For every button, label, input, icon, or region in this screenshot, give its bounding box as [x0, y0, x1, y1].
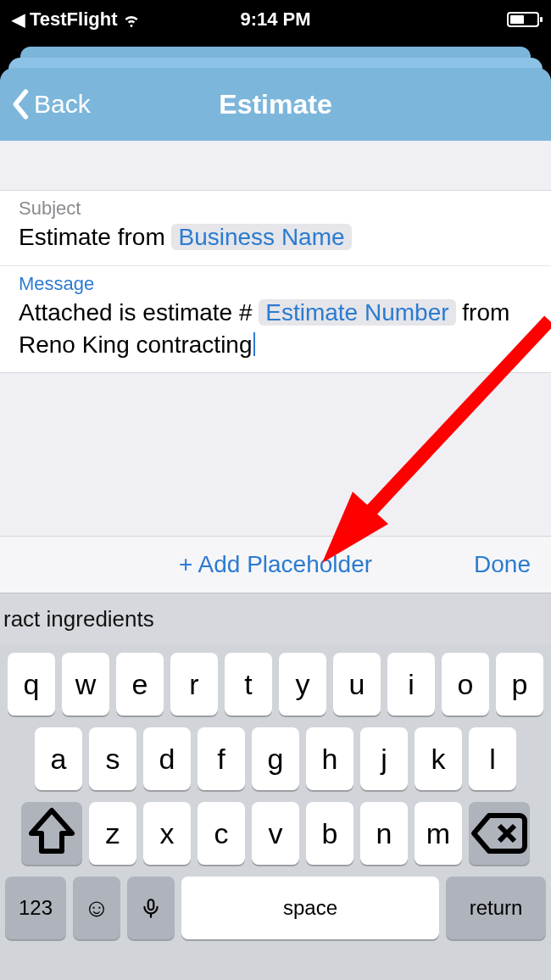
page-title: Estimate	[219, 89, 331, 120]
keyboard-row-3: zxcvbnm	[5, 802, 546, 865]
keyboard-suggestions: ract ingredients	[0, 593, 551, 644]
svg-rect-2	[148, 899, 154, 910]
key-e[interactable]: e	[116, 653, 164, 716]
key-g[interactable]: g	[252, 727, 299, 790]
message-body[interactable]: Attached is estimate # Estimate Number f…	[19, 297, 532, 361]
subject-body[interactable]: Estimate from Business Name	[19, 221, 532, 253]
status-bar: ◀ TestFlight 9:14 PM	[0, 0, 551, 39]
keyboard-row-1: qwertyuiop	[5, 653, 546, 716]
subject-prefix: Estimate from	[19, 224, 171, 250]
chevron-left-icon	[10, 88, 32, 120]
key-n[interactable]: n	[360, 802, 408, 865]
shift-icon	[21, 803, 82, 864]
key-l[interactable]: l	[469, 727, 516, 790]
message-token[interactable]: Estimate Number	[259, 299, 455, 326]
shift-key[interactable]	[21, 802, 82, 865]
message-field[interactable]: Message Attached is estimate # Estimate …	[0, 265, 551, 373]
key-o[interactable]: o	[442, 653, 489, 716]
key-q[interactable]: q	[8, 653, 55, 716]
wifi-icon	[122, 10, 141, 29]
back-caret-icon: ◀	[12, 9, 25, 30]
key-b[interactable]: b	[306, 802, 353, 865]
key-c[interactable]: c	[198, 802, 245, 865]
key-j[interactable]: j	[360, 727, 408, 790]
key-r[interactable]: r	[170, 653, 218, 716]
done-button[interactable]: Done	[474, 551, 531, 578]
subject-field[interactable]: Subject Estimate from Business Name	[0, 191, 551, 265]
subject-token[interactable]: Business Name	[171, 224, 351, 250]
keyboard: qwertyuiop asdfghjkl zxcvbnm 123 ☺ space…	[0, 644, 551, 980]
dictation-key[interactable]	[127, 877, 175, 939]
emoji-icon: ☺	[84, 894, 110, 922]
space-key[interactable]: space	[181, 877, 439, 939]
key-p[interactable]: p	[496, 653, 543, 716]
delete-icon	[469, 803, 530, 864]
key-y[interactable]: y	[279, 653, 326, 716]
key-w[interactable]: w	[62, 653, 109, 716]
content-area: Subject Estimate from Business Name Mess…	[0, 141, 551, 980]
key-x[interactable]: x	[143, 802, 191, 865]
keyboard-row-4: 123 ☺ space return	[5, 877, 546, 939]
message-prefix: Attached is estimate #	[19, 299, 259, 326]
status-time: 9:14 PM	[240, 8, 310, 31]
navbar: Back Estimate	[0, 68, 551, 141]
return-key[interactable]: return	[446, 877, 546, 939]
keyboard-toolbar: + Add Placeholder Done	[0, 536, 551, 593]
status-back-app[interactable]: ◀ TestFlight	[12, 8, 141, 31]
back-button-label: Back	[34, 90, 91, 119]
key-d[interactable]: d	[143, 727, 191, 790]
key-m[interactable]: m	[415, 802, 462, 865]
numbers-key[interactable]: 123	[5, 877, 66, 939]
message-label: Message	[19, 273, 532, 295]
delete-key[interactable]	[469, 802, 530, 865]
text-cursor	[253, 332, 255, 356]
key-t[interactable]: t	[225, 653, 272, 716]
status-back-app-label: TestFlight	[30, 8, 117, 31]
suggestion-item[interactable]: ract ingredients	[0, 606, 184, 632]
key-k[interactable]: k	[415, 727, 462, 790]
key-a[interactable]: a	[35, 727, 82, 790]
back-button[interactable]: Back	[10, 88, 91, 120]
microphone-icon	[140, 897, 162, 919]
key-u[interactable]: u	[333, 653, 381, 716]
key-z[interactable]: z	[89, 802, 136, 865]
add-placeholder-button[interactable]: + Add Placeholder	[179, 551, 372, 578]
key-h[interactable]: h	[306, 727, 353, 790]
subject-label: Subject	[19, 198, 532, 220]
key-s[interactable]: s	[89, 727, 136, 790]
battery-icon	[507, 12, 539, 27]
key-f[interactable]: f	[198, 727, 245, 790]
emoji-key[interactable]: ☺	[73, 877, 120, 939]
key-i[interactable]: i	[387, 653, 435, 716]
key-v[interactable]: v	[252, 802, 299, 865]
field-group: Subject Estimate from Business Name Mess…	[0, 190, 551, 373]
keyboard-row-2: asdfghjkl	[5, 727, 546, 790]
